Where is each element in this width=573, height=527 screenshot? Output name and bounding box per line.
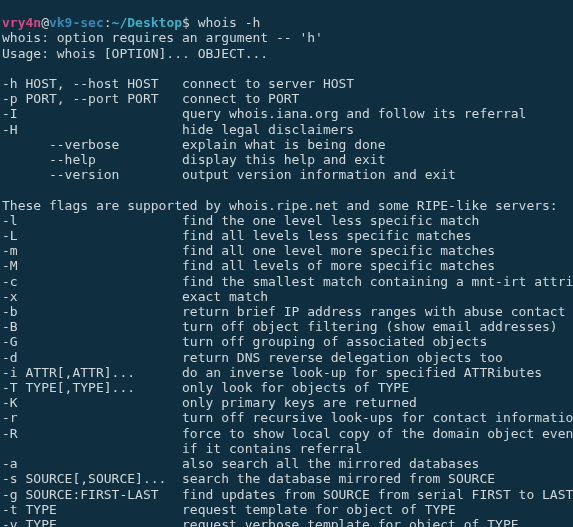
output-line: -I query whois.iana.org and follow its r… bbox=[2, 106, 526, 121]
output-line: -G turn off grouping of associated objec… bbox=[2, 334, 487, 349]
output-line: -T TYPE[,TYPE]... only look for objects … bbox=[2, 380, 409, 395]
output-line: -b return brief IP address ranges with a… bbox=[2, 304, 566, 319]
output-line: whois: option requires an argument -- 'h… bbox=[2, 30, 323, 45]
output-line: -g SOURCE:FIRST-LAST find updates from S… bbox=[2, 487, 573, 502]
output-line: -p PORT, --port PORT connect to PORT bbox=[2, 91, 299, 106]
output-line: -M find all levels of more specific matc… bbox=[2, 258, 495, 273]
prompt-user: vry4n bbox=[2, 15, 41, 30]
output-line: These flags are supported by whois.ripe.… bbox=[2, 198, 558, 213]
prompt-host: vk9-sec bbox=[49, 15, 104, 30]
output-line: -a also search all the mirrored database… bbox=[2, 456, 479, 471]
output-line: -L find all levels less specific matches bbox=[2, 228, 472, 243]
output-line: -B turn off object filtering (show email… bbox=[2, 319, 558, 334]
output-line: -K only primary keys are returned bbox=[2, 395, 417, 410]
output-line: -r turn off recursive look-ups for conta… bbox=[2, 410, 573, 425]
output-line: -d return DNS reverse delegation objects… bbox=[2, 350, 503, 365]
output-line: -m find all one level more specific matc… bbox=[2, 243, 495, 258]
typed-command: whois -h bbox=[198, 15, 261, 30]
output-line: -v TYPE request verbose template for obj… bbox=[2, 517, 519, 527]
prompt-at: @ bbox=[41, 15, 49, 30]
prompt-path: ~/Desktop bbox=[112, 15, 182, 30]
output-line: -x exact match bbox=[2, 289, 268, 304]
output-line: if it contains referral bbox=[2, 441, 362, 456]
output-line: -l find the one level less specific matc… bbox=[2, 213, 479, 228]
prompt-symbol: $ bbox=[182, 15, 198, 30]
output-line: --version output version information and… bbox=[2, 167, 456, 182]
terminal[interactable]: vry4n@vk9-sec:~/Desktop$ whois -h whois:… bbox=[0, 15, 573, 527]
output-line: --help display this help and exit bbox=[2, 152, 386, 167]
output-line: -s SOURCE[,SOURCE]... search the databas… bbox=[2, 471, 495, 486]
output-line: -i ATTR[,ATTR]... do an inverse look-up … bbox=[2, 365, 542, 380]
prompt-colon: : bbox=[104, 15, 112, 30]
output-line: -t TYPE request template for object of T… bbox=[2, 502, 456, 517]
output-line: -R force to show local copy of the domai… bbox=[2, 426, 573, 441]
output-line: --verbose explain what is being done bbox=[2, 137, 386, 152]
output-line: -H hide legal disclaimers bbox=[2, 122, 354, 137]
output-line: -c find the smallest match containing a … bbox=[2, 274, 573, 289]
output-line: -h HOST, --host HOST connect to server H… bbox=[2, 76, 354, 91]
output-line: Usage: whois [OPTION]... OBJECT... bbox=[2, 46, 268, 61]
